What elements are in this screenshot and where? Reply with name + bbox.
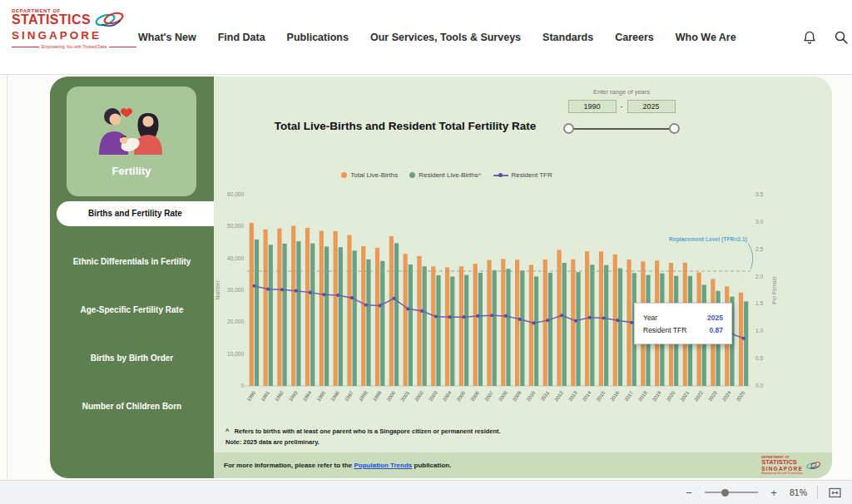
bar-resident-2004[interactable] bbox=[450, 277, 454, 386]
bar-total-2000[interactable] bbox=[389, 236, 394, 386]
nav-item-publications[interactable]: Publications bbox=[287, 32, 349, 43]
tfr-point-2009[interactable] bbox=[518, 318, 522, 321]
bar-resident-1992[interactable] bbox=[283, 244, 287, 386]
tfr-point-1995[interactable] bbox=[322, 293, 325, 296]
bar-total-2009[interactable] bbox=[515, 259, 519, 386]
tfr-point-2010[interactable] bbox=[532, 321, 535, 324]
bar-resident-2005[interactable] bbox=[464, 275, 468, 386]
search-icon[interactable] bbox=[834, 30, 849, 45]
tfr-point-1997[interactable] bbox=[350, 296, 354, 299]
year-to-input[interactable] bbox=[627, 100, 676, 113]
bar-total-2006[interactable] bbox=[473, 264, 478, 386]
tfr-point-1990[interactable] bbox=[252, 284, 255, 288]
bar-resident-1995[interactable] bbox=[324, 246, 329, 386]
bar-total-2001[interactable] bbox=[404, 254, 408, 386]
sidebar-item-births-and-fertility-rate[interactable]: Births and Fertility Rate bbox=[57, 201, 214, 226]
year-from-input[interactable] bbox=[568, 100, 617, 113]
bar-resident-2002[interactable] bbox=[423, 266, 427, 386]
bar-total-1999[interactable] bbox=[375, 248, 379, 386]
bar-resident-1990[interactable] bbox=[255, 240, 259, 386]
bar-resident-1998[interactable] bbox=[366, 259, 370, 386]
nav-item-standards[interactable]: Standards bbox=[542, 32, 593, 43]
sidebar-item-births-by-birth-order[interactable]: Births by Birth Order bbox=[50, 334, 214, 383]
nav-item-our-services-tools-surveys[interactable]: Our Services, Tools & Surveys bbox=[370, 32, 521, 43]
bar-total-1996[interactable] bbox=[334, 231, 338, 386]
tfr-point-2014[interactable] bbox=[588, 316, 592, 319]
tfr-point-2013[interactable] bbox=[574, 319, 577, 323]
sidebar-item-number-of-children-born[interactable]: Number of Children Born bbox=[50, 383, 214, 431]
tfr-point-2006[interactable] bbox=[476, 314, 479, 318]
bar-resident-2003[interactable] bbox=[436, 275, 440, 386]
bar-resident-2016[interactable] bbox=[618, 269, 622, 386]
bar-resident-1999[interactable] bbox=[380, 261, 384, 386]
bar-resident-2010[interactable] bbox=[534, 277, 538, 386]
tfr-point-2011[interactable] bbox=[546, 319, 549, 322]
slider-handle-left[interactable] bbox=[563, 123, 574, 134]
bar-resident-2001[interactable] bbox=[409, 264, 413, 386]
bar-resident-2009[interactable] bbox=[520, 270, 524, 386]
nav-item-find-data[interactable]: Find Data bbox=[218, 32, 265, 43]
tfr-point-2000[interactable] bbox=[392, 297, 395, 300]
fit-to-width-icon[interactable] bbox=[828, 486, 842, 500]
sidebar-item-age-specific-fertility-rate[interactable]: Age-Specific Fertility Rate bbox=[50, 286, 214, 334]
bar-resident-2000[interactable] bbox=[394, 243, 399, 386]
bar-resident-2013[interactable] bbox=[576, 272, 580, 386]
tfr-point-1994[interactable] bbox=[309, 291, 312, 294]
tfr-point-1993[interactable] bbox=[295, 289, 298, 293]
tfr-point-2002[interactable] bbox=[420, 309, 424, 313]
bar-total-2005[interactable] bbox=[459, 266, 463, 386]
bell-icon[interactable] bbox=[802, 30, 817, 45]
zoom-slider[interactable] bbox=[705, 487, 758, 498]
legend-item-total-live-births[interactable]: Total Live-Births bbox=[341, 171, 398, 179]
bar-total-2004[interactable] bbox=[445, 267, 449, 386]
population-trends-link[interactable]: Population Trends bbox=[354, 462, 412, 469]
tfr-point-1991[interactable] bbox=[266, 288, 270, 291]
tfr-point-1998[interactable] bbox=[364, 304, 368, 307]
nav-item-what-s-new[interactable]: What's New bbox=[138, 32, 196, 43]
bar-total-2008[interactable] bbox=[501, 259, 505, 386]
bar-resident-2008[interactable] bbox=[506, 269, 510, 386]
bar-resident-1996[interactable] bbox=[339, 247, 343, 386]
sidebar-item-ethnic-differentials-in-fertility[interactable]: Ethnic Differentials in Fertility bbox=[50, 238, 214, 286]
year-range-slider[interactable] bbox=[563, 122, 680, 136]
nav-item-careers[interactable]: Careers bbox=[615, 32, 654, 43]
bar-resident-2012[interactable] bbox=[562, 263, 567, 386]
bar-resident-1993[interactable] bbox=[296, 241, 300, 386]
bar-resident-2014[interactable] bbox=[590, 264, 594, 386]
slider-handle-right[interactable] bbox=[669, 123, 680, 134]
tfr-point-1999[interactable] bbox=[379, 304, 382, 307]
legend-item-resident-tfr[interactable]: Resident TFR bbox=[493, 171, 552, 179]
bar-total-1997[interactable] bbox=[347, 235, 351, 386]
tfr-point-2015[interactable] bbox=[602, 316, 605, 319]
tfr-point-2008[interactable] bbox=[504, 314, 508, 318]
bar-total-2011[interactable] bbox=[543, 259, 547, 386]
zoom-in-button[interactable]: + bbox=[768, 487, 780, 499]
tfr-point-2003[interactable] bbox=[434, 314, 438, 318]
bar-resident-1991[interactable] bbox=[269, 245, 273, 386]
zoom-level[interactable]: 81% bbox=[790, 487, 807, 497]
tfr-point-2005[interactable] bbox=[462, 315, 465, 319]
bar-total-1993[interactable] bbox=[291, 225, 295, 386]
legend-item-resident-live-births[interactable]: Resident Live-Births^ bbox=[409, 171, 481, 179]
bar-total-1992[interactable] bbox=[277, 229, 281, 386]
bar-total-2007[interactable] bbox=[487, 260, 491, 386]
dos-logo[interactable]: DEPARTMENT OF STATISTICS SINGAPORE Empow… bbox=[12, 8, 136, 49]
tfr-point-2001[interactable] bbox=[406, 307, 409, 310]
bar-total-2012[interactable] bbox=[557, 250, 561, 386]
tfr-point-1996[interactable] bbox=[336, 294, 339, 297]
nav-item-who-we-are[interactable]: Who We Are bbox=[676, 32, 736, 43]
bar-total-2003[interactable] bbox=[431, 266, 435, 386]
tfr-point-2007[interactable] bbox=[490, 314, 493, 317]
bar-total-2010[interactable] bbox=[529, 264, 533, 386]
bar-total-1991[interactable] bbox=[264, 230, 268, 386]
bar-resident-2025[interactable] bbox=[744, 301, 748, 386]
zoom-out-button[interactable]: − bbox=[683, 487, 695, 499]
bar-total-1998[interactable] bbox=[361, 246, 365, 386]
zoom-slider-knob[interactable] bbox=[721, 489, 729, 497]
bar-total-2002[interactable] bbox=[417, 256, 421, 386]
tfr-point-2025[interactable] bbox=[741, 337, 745, 340]
bar-total-1994[interactable] bbox=[305, 228, 310, 386]
bar-resident-1994[interactable] bbox=[310, 244, 315, 386]
bar-resident-2006[interactable] bbox=[478, 273, 483, 386]
tfr-point-2017[interactable] bbox=[630, 321, 633, 324]
